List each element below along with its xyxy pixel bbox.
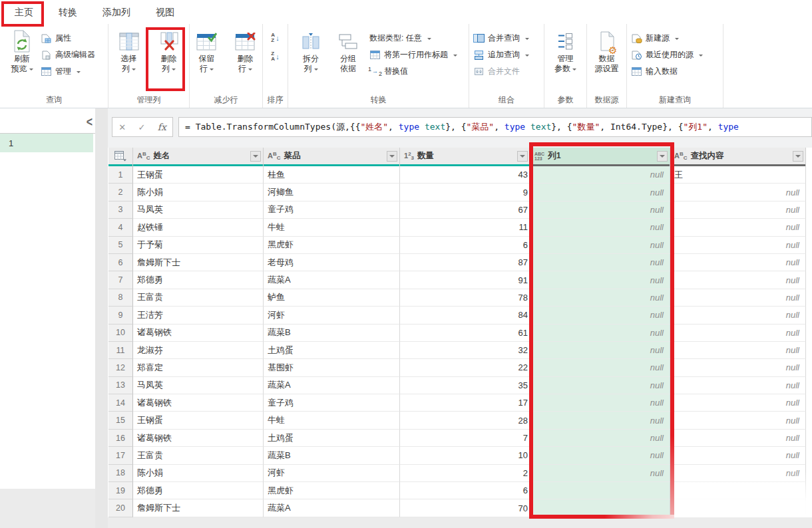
tab-transform[interactable]: 转换 <box>48 1 88 24</box>
cell-dish[interactable]: 黑虎虾 <box>264 482 400 499</box>
use-first-row-as-headers-button[interactable]: 将第一行用作标题 <box>369 47 457 63</box>
formula-input[interactable]: = Table.TransformColumnTypes(源,{{"姓名", t… <box>178 117 812 137</box>
cell-qty[interactable]: 28 <box>400 412 530 429</box>
cell-qty[interactable]: 9 <box>400 184 530 201</box>
query-list-item[interactable]: 1 <box>0 134 93 152</box>
row-number[interactable]: 5 <box>108 237 133 254</box>
cell-col1[interactable]: null <box>530 201 670 219</box>
cell-find[interactable]: null <box>670 254 806 271</box>
cell-name[interactable]: 郑德勇 <box>133 482 264 499</box>
cell-col1[interactable]: null <box>530 184 670 201</box>
tab-home[interactable]: 主页 <box>4 1 44 24</box>
cell-qty[interactable]: 10 <box>400 447 530 464</box>
cell-qty[interactable]: 6 <box>400 237 530 254</box>
cell-name[interactable]: 马凤英 <box>133 377 264 394</box>
tab-add-column[interactable]: 添加列 <box>92 1 141 24</box>
cell-dish[interactable]: 土鸡蛋 <box>264 342 400 359</box>
enter-data-button[interactable]: 输入数据 <box>631 63 703 80</box>
row-number[interactable]: 15 <box>108 412 133 429</box>
cell-dish[interactable]: 河鲫鱼 <box>264 184 400 201</box>
column-header-qty[interactable]: 123 数量 <box>400 148 530 166</box>
cell-find[interactable]: null <box>670 342 806 359</box>
cell-qty[interactable]: 22 <box>400 359 530 376</box>
row-number[interactable]: 12 <box>108 359 133 376</box>
filter-dropdown-button[interactable] <box>793 151 803 162</box>
cell-col1[interactable]: null <box>530 166 670 184</box>
manage-query-button[interactable]: 管理 <box>41 63 95 80</box>
cell-qty[interactable]: 78 <box>400 289 530 307</box>
properties-button[interactable]: 属性 <box>41 30 95 47</box>
cell-name[interactable]: 王富贵 <box>133 289 264 307</box>
cell-dish[interactable]: 童子鸡 <box>264 394 400 412</box>
accept-formula-icon[interactable]: ✓ <box>138 122 145 132</box>
cell-col1[interactable] <box>530 499 670 517</box>
tab-view[interactable]: 视图 <box>145 1 185 24</box>
cell-col1[interactable]: null <box>530 254 670 271</box>
cell-name[interactable]: 郑德勇 <box>133 271 264 289</box>
sort-ascending-button[interactable]: AZ ↓ <box>271 31 279 45</box>
cell-find[interactable]: 王 <box>670 166 806 184</box>
filter-dropdown-button[interactable] <box>517 151 528 162</box>
fx-icon[interactable]: fx <box>158 122 166 132</box>
cell-name[interactable]: 龙淑芬 <box>133 342 264 359</box>
row-number[interactable]: 16 <box>108 430 133 447</box>
cell-qty[interactable]: 6 <box>400 482 530 499</box>
cell-qty[interactable]: 43 <box>400 166 530 184</box>
cell-dish[interactable]: 蔬菜A <box>264 377 400 394</box>
cell-qty[interactable]: 91 <box>400 271 530 289</box>
cell-col1[interactable]: null <box>530 219 670 236</box>
cell-find[interactable]: null <box>670 201 806 219</box>
cell-find[interactable]: null <box>670 359 806 376</box>
cell-name[interactable]: 詹姆斯下士 <box>133 254 264 271</box>
column-header-dish[interactable]: ABC 菜品 <box>264 148 400 166</box>
cell-dish[interactable]: 基围虾 <box>264 359 400 376</box>
row-number[interactable]: 6 <box>108 254 133 271</box>
cell-col1[interactable]: null <box>530 342 670 359</box>
cell-name[interactable]: 诸葛钢铁 <box>133 325 264 342</box>
cell-find[interactable]: null <box>670 307 806 324</box>
cell-dish[interactable]: 蔬菜A <box>264 271 400 289</box>
cell-find[interactable]: null <box>670 465 806 482</box>
row-number[interactable]: 9 <box>108 307 133 324</box>
cell-find[interactable]: null <box>670 219 806 236</box>
cell-find[interactable]: null <box>670 412 806 429</box>
cell-col1[interactable]: null <box>530 307 670 324</box>
cell-dish[interactable]: 河虾 <box>264 307 400 324</box>
row-number[interactable]: 14 <box>108 394 133 412</box>
cell-name[interactable]: 马凤英 <box>133 201 264 219</box>
row-number[interactable]: 4 <box>108 219 133 236</box>
cell-name[interactable]: 于予菊 <box>133 237 264 254</box>
column-header-find[interactable]: ABC 查找内容 <box>670 148 806 166</box>
cell-name[interactable]: 詹姆斯下士 <box>133 499 264 517</box>
cell-qty[interactable]: 70 <box>400 499 530 517</box>
cell-name[interactable]: 郑喜定 <box>133 359 264 376</box>
cell-qty[interactable]: 11 <box>400 219 530 236</box>
cell-name[interactable]: 王钢蛋 <box>133 166 264 184</box>
column-header-col1[interactable]: ABC123 列1 <box>530 148 670 166</box>
cell-find[interactable]: null <box>670 271 806 289</box>
cell-col1[interactable]: null <box>530 271 670 289</box>
cell-col1[interactable]: null <box>530 237 670 254</box>
row-number[interactable]: 1 <box>108 166 133 184</box>
collapse-pane-icon[interactable]: < <box>87 114 93 129</box>
cancel-formula-icon[interactable]: ✕ <box>118 122 126 132</box>
cell-find[interactable]: null <box>670 377 806 394</box>
replace-values-button[interactable]: 1→2 替换值 <box>369 63 457 80</box>
cell-col1[interactable]: null <box>530 447 670 464</box>
row-number[interactable]: 7 <box>108 271 133 289</box>
cell-qty[interactable]: 87 <box>400 254 530 271</box>
cell-find[interactable] <box>670 482 806 499</box>
cell-find[interactable]: null <box>670 184 806 201</box>
data-type-button[interactable]: 数据类型: 任意 <box>369 30 457 47</box>
cell-find[interactable]: null <box>670 447 806 464</box>
cell-qty[interactable]: 2 <box>400 465 530 482</box>
cell-name[interactable]: 诸葛钢铁 <box>133 394 264 412</box>
cell-col1[interactable]: null <box>530 412 670 429</box>
cell-qty[interactable]: 35 <box>400 377 530 394</box>
cell-name[interactable]: 诸葛钢铁 <box>133 430 264 447</box>
cell-name[interactable]: 王富贵 <box>133 447 264 464</box>
filter-dropdown-button[interactable] <box>387 151 397 162</box>
cell-dish[interactable]: 童子鸡 <box>264 201 400 219</box>
row-number[interactable]: 19 <box>108 482 133 499</box>
cell-find[interactable]: null <box>670 237 806 254</box>
